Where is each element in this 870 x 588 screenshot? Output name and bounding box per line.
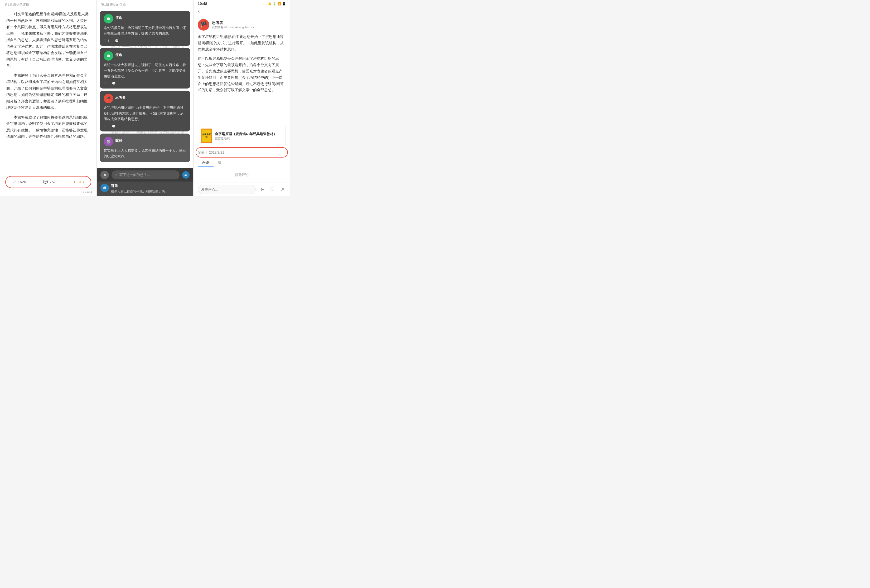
write-comment-button[interactable]: ○ 写下这一刻的想法... [112,171,180,180]
heart-icon: ♡ [13,180,16,184]
bubble-icon: ○ [115,173,117,177]
tab-likes[interactable]: 赞 [213,159,226,167]
comment-3-actions: ♡ 💬 [104,125,186,128]
reply-icon-2: 💬 [112,82,116,85]
heart-outline-icon: ♡ [270,187,274,192]
author-row: 🏴 思考者 我的博客:https://sykent.github.io/ [194,17,290,34]
like-icon-3: ♡ [104,125,107,128]
panel1-content: 对文章阐述的思想作出疑问/回答式反应是人类的一种自然反应，没有国籍和民族的区别。… [0,9,97,175]
comment-input-bar: ➤ ♡ ↗ [194,183,290,196]
comment-1-actions: ♡ 1 💬 [104,39,186,43]
tab-comments[interactable]: 评论 [198,159,213,167]
article-body: 金字塔结构组织思想:由主要思想开始→下层思想通过疑问/回答的方式，进行展开。→如… [194,34,290,123]
empty-comment: 暂无评论 [194,167,290,183]
signal-icon: 📱 [282,2,286,6]
comment-1-avatar: 🏔 [104,14,113,24]
book-reader-panel: 第1篇 表达的逻辑 对文章阐述的思想作出疑问/回答式反应是人类的一种自然反应，没… [0,0,97,196]
partial-author: 可乐 [111,184,167,189]
book-cover: 金字塔原理 [201,129,212,143]
comment-card-4: 🐺 龚毅 其实基本上人人都需要，尤其是职场的每一个人。基本的职业化素养。 [100,134,190,162]
comment-3-reply[interactable]: 💬 [112,125,116,128]
reply-icon: 💬 [115,39,119,43]
panel2-background: 对文章阐述的思想作出疑问/回答式反应是人类的一种自然反应 类的一还有一个共同的特… [97,9,193,168]
panel1-header: 第1篇 表达的逻辑 [0,0,97,9]
book-card[interactable]: 金字塔原理 金字塔原理（麦肯锡40年经典培训教材） 芭芭拉·明托 [198,126,286,146]
status-time: 10:48 [198,1,207,6]
external-link-icon: ↗ [280,187,284,192]
comment-2-actions: ♡ 💬 [104,82,186,85]
share-button[interactable]: ✦ 813 [69,178,88,186]
like-count: 1626 [18,180,26,184]
comment-1-like-count: 1 [107,39,109,43]
comment-1-reply[interactable]: 💬 [115,39,119,43]
comment-4-author: 龚毅 [115,138,122,143]
comment-4-header: 🐺 龚毅 [104,137,186,146]
tabs-row: 评论 赞 [194,156,290,167]
more-avatars: 🏙 [182,171,189,179]
like-article-button[interactable]: ♡ [268,186,276,193]
book-info: 金字塔原理（麦肯锡40年经典培训教材） 芭芭拉·明托 [215,132,277,140]
comment-2-reply[interactable]: 💬 [112,82,116,85]
back-icon: ‹ [198,8,200,15]
comment-3-avatar: 🏴 [104,94,113,103]
comment-input[interactable] [198,185,256,194]
panel2-header: 第1篇 表达的逻辑 [97,0,193,9]
share-count: 813 [77,180,83,184]
comment-1-like[interactable]: ♡ 1 [104,39,109,43]
comment-1-header: 🏔 征途 [104,14,186,24]
comment-count: 767 [49,180,56,184]
close-comments-button[interactable]: ✕ [100,171,109,179]
article-detail-panel: 10:48 🔔 🔋 📶 📱 ‹ 🏴 思考者 我的博客:https://syken… [194,0,290,196]
comment-3-author: 思考者 [115,95,125,100]
article-para-1: 金字塔结构组织思想:由主要思想开始→下层思想通过疑问/回答的方式，进行展开。→如… [198,34,286,52]
comment-button[interactable]: 💬 767 [39,178,60,186]
partial-comment-text: 可乐 很多人难以提高写作能力和进话能力的... [111,184,167,194]
partial-text: 很多人难以提高写作能力和进话能力的... [111,189,167,194]
battery-icon: 🔋 [273,2,276,6]
partial-avatar: 🏙 [100,184,109,192]
comment-card-3: 🏴 思考者 金字塔结构组织思想:由主要思想开始→下层思想通过疑问/回答的方式，进… [100,91,190,131]
panel3-nav: ‹ [194,7,290,17]
panel2-bottom-bar: ✕ ○ 写下这一刻的想法... 🏙 [97,168,193,181]
comment-3-like[interactable]: ♡ [104,125,107,128]
comments-overlay: 🏔 征途 这句话很关键，给我指明了不光只是学习沟通方面，还有在生活处理琐事方面，… [97,9,193,168]
like-icon-2: ♡ [104,82,107,85]
comment-2-header: 🏔 征途 [104,51,186,61]
status-icons: 🔔 🔋 📶 📱 [268,2,286,6]
book-cover-inner: 金字塔原理 [202,130,211,142]
book-title: 金字塔原理（麦肯锡40年经典培训教材） [215,132,277,137]
author-name: 思考者 [212,21,254,25]
date-row: 发表于 2018/3/31 [194,148,290,156]
paragraph-3: 本篇将帮助你了解如何将要表达的思想组织成金字塔结构，说明了使用金字塔原理能够检查… [6,114,90,140]
comment-4-text: 其实基本上人人都需要，尤其是职场的每一个人。基本的职业化素养。 [104,148,186,159]
comments-panel: 第1篇 表达的逻辑 对文章阐述的思想作出疑问/回答式反应是人类的一种自然反应 类… [97,0,194,196]
partial-comment: 🏙 可乐 很多人难以提高写作能力和进话能力的... [97,181,193,196]
article-para-2: 你可以很容易地使受众理解用金字塔结构组织的思想：先从金字塔的最顶端开始，沿各个分… [198,56,286,93]
like-button[interactable]: ♡ 1626 [9,178,30,186]
close-icon: ✕ [103,172,107,178]
comment-card-1: 🏔 征途 这句话很关键，给我指明了不光只是学习沟通方面，还有在生活处理琐事方面，… [100,11,190,46]
author-avatar: 🏴 [198,19,209,31]
author-info: 思考者 我的博客:https://sykent.github.io/ [212,21,254,29]
back-button[interactable]: ‹ [198,8,200,15]
comment-1-author: 征途 [115,16,122,20]
panel1-footer: ♡ 1626 💬 767 ✦ 813 [0,175,97,189]
comment-card-2: 🏔 征途 表述一些让大家听进去，理解了，记住的东西很难，看一看是否能够让受众心头… [100,48,190,89]
comment-icon: 💬 [43,180,48,184]
write-placeholder: 写下这一刻的想法... [119,172,150,177]
comment-3-text: 金字塔结构组织思想:由主要思想开始→下层思想通过疑问/回答的方式，进行展开。→如… [104,105,186,122]
comment-2-like[interactable]: ♡ [104,82,107,85]
wifi-icon: 📶 [277,2,281,6]
share-article-button[interactable]: ↗ [279,186,286,193]
send-comment-button[interactable]: ➤ [258,186,266,193]
article-date: 发表于 2018/3/31 [198,150,224,154]
status-bar: 10:48 🔔 🔋 📶 📱 [194,0,290,7]
comment-3-header: 🏴 思考者 [104,94,186,103]
paragraph-1: 对文章阐述的思想作出疑问/回答式反应是人类的一种自然反应，没有国籍和民族的区别。… [6,11,90,69]
comment-2-avatar: 🏔 [104,51,113,61]
paragraph-2: 本篇解释了为什么受众最容易理解和记住金字塔结构，以及组成金字塔的子结构之间如何互… [6,72,90,111]
share-icon: ✦ [73,180,76,184]
reply-icon-3: 💬 [112,125,116,128]
author-bio: 我的博客:https://sykent.github.io/ [212,25,254,29]
like-icon: ♡ [104,39,107,43]
